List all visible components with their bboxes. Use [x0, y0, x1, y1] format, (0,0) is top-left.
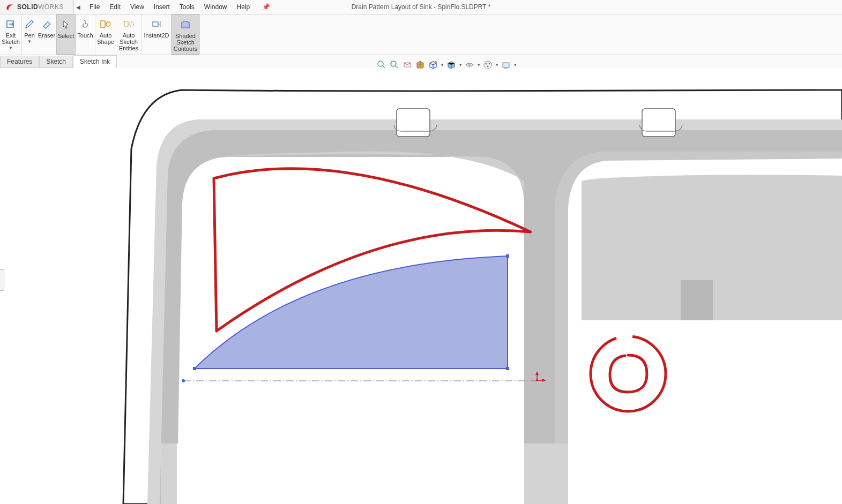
app-logo-text-solid: SOLID: [17, 3, 38, 11]
chevron-down-icon[interactable]: ▾: [458, 62, 463, 67]
collapse-menu-icon[interactable]: ◀: [76, 4, 80, 10]
eraser-button[interactable]: Eraser: [37, 14, 56, 55]
select-button[interactable]: Select: [56, 14, 76, 55]
menu-help[interactable]: Help: [232, 0, 255, 14]
touch-icon: [78, 18, 93, 31]
instant2d-button[interactable]: Instant2D: [142, 14, 171, 55]
svg-rect-1: [101, 21, 105, 27]
auto-sketch-entities-button[interactable]: Auto Sketch Entities: [116, 14, 141, 55]
svg-point-11: [484, 61, 491, 69]
chevron-down-icon[interactable]: ▼: [27, 40, 32, 44]
clip-tab-left: [397, 109, 430, 137]
instant2d-icon: [149, 18, 164, 31]
eraser-label: Eraser: [38, 32, 55, 39]
ribbon-toolbar: Exit Sketch ▼ Pen ▼ Eraser Select: [0, 14, 842, 55]
menu-view[interactable]: View: [125, 0, 149, 14]
sink-floor-left-white: [177, 443, 524, 504]
exit-sketch-button[interactable]: Exit Sketch ▼: [0, 14, 21, 55]
pen-label: Pen: [24, 32, 35, 39]
cursor-icon: [58, 18, 73, 31]
shaded-sketch-contours-button[interactable]: Shaded Sketch Contours: [172, 14, 199, 55]
app-logo-icon: [5, 2, 15, 12]
svg-point-21: [536, 379, 538, 381]
chevron-down-icon[interactable]: ▾: [494, 62, 500, 67]
touch-label: Touch: [77, 32, 93, 39]
svg-rect-5: [153, 22, 158, 26]
auto-sketch-entities-icon: [121, 18, 136, 31]
pin-icon[interactable]: 📌: [262, 3, 270, 11]
chevron-down-icon[interactable]: ▾: [476, 62, 481, 67]
auto-sketch-entities-label: Auto Sketch Entities: [119, 32, 138, 51]
svg-point-4: [129, 22, 133, 26]
model-drawing: [0, 69, 842, 504]
instant2d-label: Instant2D: [144, 32, 169, 39]
app-logo: SOLIDWORKS: [0, 0, 74, 14]
auto-shape-label: Auto Shape: [97, 32, 114, 45]
chevron-down-icon[interactable]: ▾: [439, 62, 445, 67]
svg-point-10: [468, 64, 471, 66]
eraser-icon: [39, 18, 54, 31]
exit-sketch-icon: [3, 18, 18, 31]
chevron-down-icon[interactable]: ▼: [9, 46, 13, 51]
svg-point-6: [378, 61, 383, 66]
touch-button[interactable]: Touch: [76, 14, 95, 55]
menu-bar: SOLIDWORKS ◀ File Edit View Insert Tools…: [0, 0, 842, 14]
svg-point-2: [106, 22, 110, 26]
menu-edit[interactable]: Edit: [105, 0, 125, 14]
shaded-sketch-contours-icon: [178, 18, 193, 31]
svg-rect-3: [124, 21, 128, 27]
pen-icon: [22, 18, 37, 31]
menu-window[interactable]: Window: [199, 0, 232, 14]
red-ink-drain-outer-gap: [616, 336, 632, 338]
svg-point-12: [486, 63, 487, 65]
pen-button[interactable]: Pen ▼: [22, 14, 37, 55]
menu-insert[interactable]: Insert: [149, 0, 175, 14]
svg-point-14: [487, 66, 489, 67]
right-basin-dark-patch: [681, 280, 713, 320]
svg-point-9: [435, 61, 437, 63]
menu-tools[interactable]: Tools: [175, 0, 199, 14]
auto-shape-icon: [98, 18, 113, 31]
svg-point-13: [489, 63, 490, 65]
menu-file[interactable]: File: [85, 0, 105, 14]
shaded-sketch-contours-label: Shaded Sketch Contours: [174, 33, 198, 52]
contour-handle[interactable]: [506, 254, 509, 258]
tab-sketch[interactable]: Sketch: [39, 56, 73, 68]
contour-handle[interactable]: [193, 367, 196, 370]
auto-shape-button[interactable]: Auto Shape: [95, 14, 116, 55]
graphics-viewport[interactable]: [0, 69, 842, 504]
clip-tab-right: [642, 109, 675, 137]
centerline-endpoint-left[interactable]: [182, 379, 185, 382]
exit-sketch-label: Exit Sketch: [2, 32, 20, 45]
app-logo-text-works: WORKS: [38, 3, 64, 11]
tab-sketch-ink[interactable]: Sketch Ink: [73, 55, 117, 68]
tab-features[interactable]: Features: [0, 56, 39, 68]
chevron-down-icon[interactable]: ▾: [512, 62, 518, 67]
sink-floor-right-white: [568, 443, 842, 504]
svg-rect-15: [503, 63, 509, 67]
svg-rect-8: [391, 62, 396, 66]
select-label: Select: [58, 33, 74, 39]
contour-handle[interactable]: [506, 367, 509, 370]
